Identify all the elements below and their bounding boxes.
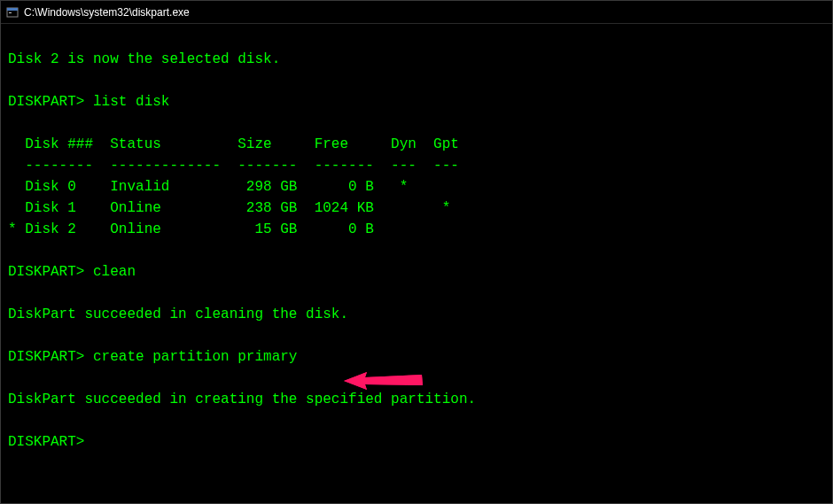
console-output[interactable]: Disk 2 is now the selected disk. DISKPAR…	[1, 24, 832, 503]
status-line: Disk 2 is now the selected disk.	[8, 49, 825, 70]
window-icon	[6, 6, 19, 19]
table-row: Disk 1 Online 238 GB 1024 KB *	[8, 198, 825, 219]
table-divider: -------- ------------- ------- ------- -…	[8, 155, 825, 176]
prompt-line: DISKPART> clean	[8, 261, 825, 283]
status-line: DiskPart succeeded in creating the speci…	[8, 389, 825, 410]
table-row: Disk 0 Invalid 298 GB 0 B *	[8, 176, 825, 198]
prompt-line: DISKPART>	[8, 431, 825, 453]
status-line: DiskPart succeeded in cleaning the disk.	[8, 304, 825, 325]
table-header: Disk ### Status Size Free Dyn Gpt	[8, 134, 825, 155]
console-window: C:\Windows\system32\diskpart.exe Disk 2 …	[0, 0, 833, 504]
svg-rect-1	[7, 8, 18, 11]
titlebar[interactable]: C:\Windows\system32\diskpart.exe	[1, 1, 832, 24]
table-row: * Disk 2 Online 15 GB 0 B	[8, 219, 825, 240]
prompt-line: DISKPART> create partition primary	[8, 346, 825, 368]
prompt-line: DISKPART> list disk	[8, 91, 825, 112]
window-title: C:\Windows\system32\diskpart.exe	[24, 6, 190, 19]
svg-rect-2	[9, 12, 12, 13]
